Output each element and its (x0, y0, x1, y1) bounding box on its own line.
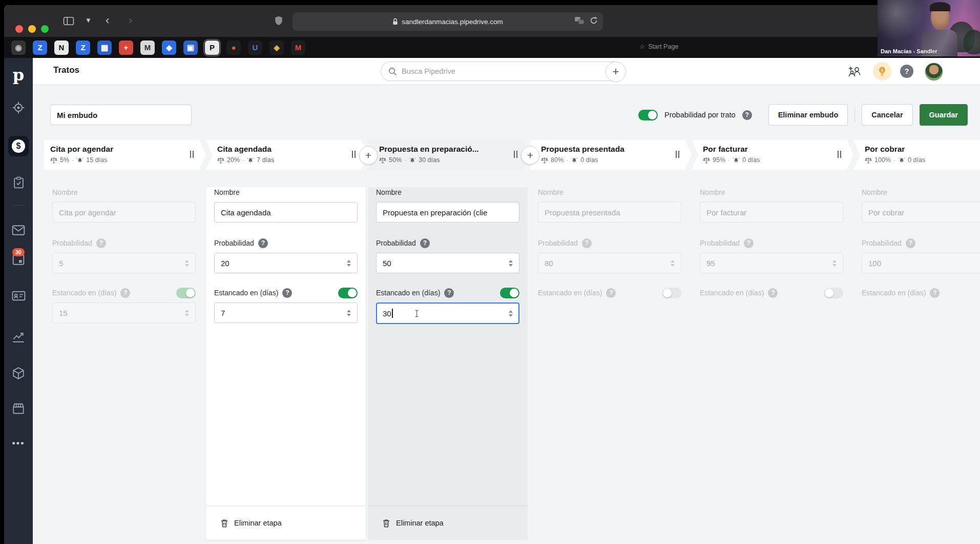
stage-header[interactable]: Por cobrar 100%· 0 días (853, 140, 980, 170)
search-input[interactable]: Busca Pipedrive (381, 62, 622, 81)
rotting-toggle[interactable] (824, 288, 843, 298)
stepper-arrows[interactable] (509, 260, 513, 267)
save-button[interactable]: Guardar (920, 104, 968, 126)
stepper-arrows[interactable] (347, 260, 351, 267)
pinned-tab-favicon[interactable]: ▣ (183, 41, 198, 55)
pinned-tab-favicon[interactable]: ▦ (97, 41, 112, 55)
help-icon[interactable]: ? (906, 238, 915, 248)
address-bar[interactable]: sandlerdanmacias.pipedrive.com (293, 12, 603, 31)
stepper-arrows[interactable] (347, 310, 351, 316)
rotting-input-focused[interactable]: 30 (376, 303, 519, 324)
help-icon[interactable]: ? (420, 238, 430, 248)
sidebar-item-activities[interactable]: 30 (4, 253, 33, 266)
privacy-shield-icon[interactable] (274, 15, 283, 28)
rotting-toggle[interactable] (338, 288, 358, 298)
pinned-tab-favicon[interactable]: M (291, 41, 305, 55)
sidebar-item-projects[interactable] (4, 176, 33, 189)
stage-header[interactable]: Propuesta en preparació... 50%· 30 días (368, 140, 530, 170)
help-icon[interactable]: ? (606, 288, 616, 298)
forward-button[interactable]: › (129, 14, 132, 27)
zoom-window-button[interactable] (41, 25, 49, 33)
stepper-arrows[interactable] (185, 260, 189, 267)
sidebar-toggle-icon[interactable] (63, 16, 74, 28)
help-icon[interactable]: ? (282, 288, 292, 298)
sidebar-item-products[interactable] (4, 367, 33, 380)
sidebar-item-marketplace[interactable] (4, 402, 33, 415)
probability-input[interactable]: 20 (214, 253, 358, 273)
rotting-input[interactable]: 15 (52, 303, 196, 323)
pinned-tab-favicon[interactable]: ◉ (11, 41, 26, 55)
rotting-toggle[interactable] (662, 288, 681, 298)
pinned-tab-favicon[interactable]: M (140, 41, 155, 55)
reload-icon[interactable] (590, 16, 598, 25)
stage-header[interactable]: Propuesta presentada 80%· 0 días (530, 140, 692, 170)
pinned-tab-favicon[interactable]: + (119, 41, 133, 55)
rotting-input[interactable]: 7 (214, 303, 358, 323)
stepper-arrows[interactable] (509, 310, 513, 317)
drag-handle[interactable] (676, 151, 679, 158)
probability-input[interactable]: 95 (700, 253, 843, 273)
probability-input[interactable]: 5 (52, 253, 196, 273)
delete-pipeline-button[interactable]: Eliminar embudo (768, 104, 848, 126)
drag-handle[interactable] (838, 151, 841, 158)
help-icon[interactable]: ? (444, 288, 454, 298)
sidebar-item-deals[interactable]: $ (4, 136, 33, 156)
invite-users-icon[interactable] (847, 65, 862, 80)
stage-name-input[interactable]: Cita por agendar (52, 202, 196, 223)
stage-name-input[interactable]: Por cobrar (862, 202, 980, 223)
stage-name-input[interactable]: Cita agendada (214, 202, 358, 223)
probability-help-icon[interactable]: ? (742, 110, 752, 120)
help-icon[interactable]: ? (120, 288, 130, 298)
stepper-arrows[interactable] (185, 310, 189, 316)
pinned-tab-favicon[interactable]: P (205, 41, 219, 55)
stepper-arrows[interactable] (832, 260, 837, 267)
pinned-tab-favicon[interactable]: ◆ (162, 41, 176, 55)
help-icon[interactable]: ? (930, 288, 940, 298)
pinned-tab-favicon[interactable]: Z (33, 41, 47, 55)
minimize-window-button[interactable] (28, 25, 36, 33)
stage-header[interactable]: Cita por agendar 5%· 15 días (44, 140, 206, 170)
sidebar-item-leads[interactable] (4, 101, 33, 114)
sidebar-item-mail[interactable] (4, 225, 33, 236)
add-stage-after-button[interactable]: + (521, 146, 539, 165)
probability-per-deal-toggle[interactable] (638, 110, 658, 120)
sidebar-item-insights[interactable] (4, 331, 33, 343)
drag-handle[interactable] (352, 151, 356, 158)
delete-stage-button[interactable]: Eliminar etapa (368, 506, 528, 540)
help-icon[interactable]: ? (258, 238, 268, 248)
stage-name-input[interactable]: Por facturar (700, 202, 843, 223)
stage-name-input[interactable]: Propuesta presentada (538, 202, 681, 223)
stage-name-input[interactable]: Propuesta en preparación (clie (376, 202, 519, 223)
rotting-toggle[interactable] (176, 288, 196, 298)
rotting-toggle[interactable] (500, 288, 519, 298)
pinned-tab-favicon[interactable]: ● (226, 41, 241, 55)
probability-input[interactable]: 80 (538, 253, 681, 273)
pinned-tab-favicon[interactable]: U (248, 41, 262, 55)
help-icon[interactable]: ? (768, 288, 778, 298)
chevron-down-icon[interactable]: ▼ (85, 16, 92, 24)
back-button[interactable]: ‹ (106, 14, 109, 27)
start-page-bookmark[interactable]: ☆ Start Page (639, 43, 678, 50)
help-icon[interactable]: ? (582, 238, 592, 248)
probability-input[interactable]: 100 (862, 253, 980, 273)
drag-handle[interactable] (514, 151, 517, 158)
help-button[interactable]: ? (900, 65, 913, 78)
pinned-tab-favicon[interactable]: N (54, 41, 69, 55)
translate-icon[interactable] (574, 16, 585, 25)
help-icon[interactable]: ? (96, 238, 106, 248)
pinned-tab-favicon[interactable]: Z (76, 41, 90, 55)
stepper-arrows[interactable] (671, 260, 675, 267)
cancel-button[interactable]: Cancelar (862, 104, 912, 126)
add-stage-before-button[interactable]: + (359, 146, 378, 165)
sidebar-item-more[interactable]: ••• (4, 438, 33, 449)
probability-input[interactable]: 50 (376, 253, 519, 273)
delete-stage-button[interactable]: Eliminar etapa (206, 506, 366, 540)
pinned-tab-favicon[interactable]: ◈ (269, 41, 284, 55)
close-window-button[interactable] (15, 25, 23, 33)
stage-header[interactable]: Por facturar 95%· 0 días (692, 140, 853, 170)
drag-handle[interactable] (190, 151, 194, 158)
suggestions-button[interactable] (873, 62, 891, 80)
user-avatar[interactable] (925, 63, 943, 81)
help-icon[interactable]: ? (744, 238, 754, 248)
sidebar-item-contacts[interactable] (4, 290, 33, 302)
